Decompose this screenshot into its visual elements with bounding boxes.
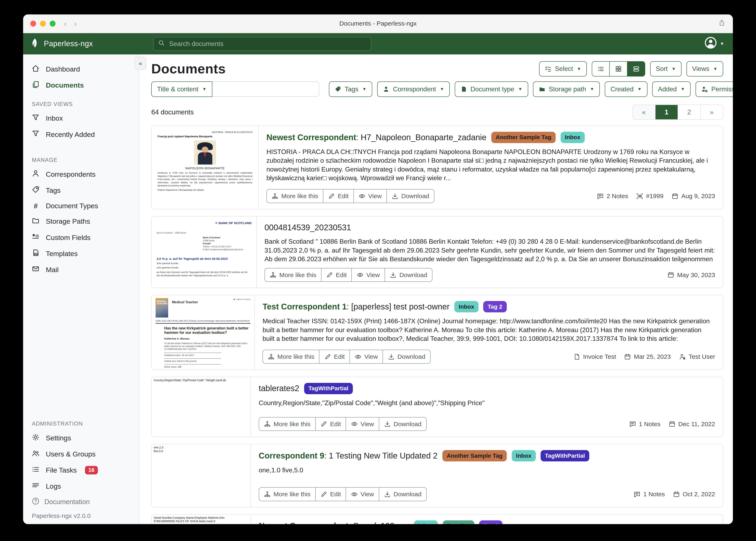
pagination-prev-button[interactable]: « [633,105,655,119]
document-thumbnail[interactable]: Serial Number,Company Name,Employee Mark… [152,515,251,524]
sidebar-item-logs[interactable]: Logs [23,478,139,494]
view-button[interactable]: View [346,487,379,501]
tag-pill[interactable]: Tag 2 [479,520,502,524]
tags-filter-button[interactable]: Tags▼ [329,81,372,97]
tag-pill[interactable]: Inbox [454,301,478,312]
download-button[interactable]: Download [385,268,432,282]
document-thumbnail[interactable]: one,1.0 five,5.0 [152,444,251,507]
sidebar-item-documents[interactable]: Documents [23,77,139,93]
sidebar-item-recently-added[interactable]: Recently Added [23,126,139,143]
sidebar-item-templates[interactable]: Templates [23,246,139,262]
document-title-link[interactable]: Newest Correspondent: Sample100.csv [259,521,409,524]
sort-button[interactable]: Sort▼ [650,61,682,77]
document-thumbnail[interactable]: ✳ BANK OF SCOTLAND Bank of Scotland · 10… [152,217,257,288]
tag-pill[interactable]: Another Sample Tag [442,450,507,461]
document-thumbnail[interactable]: HISTORIA - PRACA DLA CHĘTNYCH Francja po… [152,126,259,209]
edit-button[interactable]: Edit [315,487,346,501]
view-mode-list-button[interactable] [592,61,610,77]
sidebar-item-dashboard[interactable]: Dashboard [23,61,139,77]
document-snippet: Medical Teacher ISSN: 0142-159X (Print) … [262,317,715,343]
more-like-this-button[interactable]: More like this [262,350,319,364]
sidebar-item-inbox[interactable]: Inbox [23,110,139,126]
share-icon[interactable] [718,19,725,28]
gear-icon [32,433,39,443]
app-brand[interactable]: Paperless-ngx [30,38,142,50]
sidebar-item-settings[interactable]: Settings [23,430,139,446]
correspondent-filter-button[interactable]: Correspondent▼ [377,81,450,97]
view-mode-detail-button[interactable] [627,61,645,77]
created-filter-button[interactable]: Created▼ [605,81,647,97]
document-title-link[interactable]: Test Correspondent 1: [paperless] test p… [262,301,450,312]
notes-meta[interactable]: 1 Notes [629,421,660,428]
sidebar-item-documentation[interactable]: Documentation [23,494,139,509]
more-like-this-button[interactable]: More like this [259,487,316,501]
document-title-link[interactable]: 0004814539_20230531 [265,222,351,233]
tag-pill[interactable]: Inbox [414,520,438,524]
tag-pill[interactable]: Inbox [512,450,536,461]
sidebar-item-storage-paths[interactable]: Storage Paths [23,214,139,230]
tag-pill[interactable]: TagWithPartial [304,383,353,394]
edit-button[interactable]: Edit [319,350,350,364]
notes-icon [597,193,604,200]
view-mode-grid-button[interactable] [609,61,627,77]
storage-path-filter-button[interactable]: Storage path▼ [533,81,600,97]
view-button[interactable]: View [351,268,385,282]
edit-button[interactable]: Edit [321,268,352,282]
sidebar-item-tags[interactable]: Tags [23,182,139,198]
sidebar-collapse-button[interactable]: « [135,57,146,70]
title-content-dropdown[interactable]: Title & content▼ [151,81,212,97]
global-search[interactable] [153,37,371,51]
more-like-this-button[interactable]: More like this [265,268,321,282]
document-card: Country,Region/State,"Zip/Postal Code","… [151,377,723,437]
tag-pill[interactable]: Tag 2 [483,301,507,312]
select-button[interactable]: Select▼ [539,61,587,77]
tag-icon [32,186,39,195]
download-button[interactable]: Download [379,487,427,501]
document-title-link[interactable]: Newest Correspondent: H7_Napoleon_Bonapa… [266,132,486,143]
home-icon [32,65,39,74]
sidebar-item-file-tasks[interactable]: File Tasks 16 [23,462,139,478]
download-button[interactable]: Download [383,350,430,364]
pagination-page-2[interactable]: 2 [678,105,700,119]
views-button[interactable]: Views▼ [686,61,723,77]
document-type-filter-button[interactable]: Document type▼ [455,81,528,97]
tag-pill[interactable]: TagWithPartial [541,450,589,461]
tag-pill[interactable]: Another Sample Tag [491,132,556,143]
view-button[interactable]: View [353,189,387,203]
owner-meta: Test User [679,353,715,360]
download-button[interactable]: Download [379,417,427,431]
sidebar-item-users-groups[interactable]: Users & Groups [23,446,139,462]
user-avatar-icon[interactable] [704,37,717,51]
document-title-link[interactable]: Correspondent 9: 1 Testing New Title Upd… [259,450,438,461]
document-thumbnail[interactable]: Country,Region/State,"Zip/Postal Code","… [152,377,251,437]
user-menu-caret-icon[interactable]: ▼ [720,41,724,46]
sidebar-item-custom-fields[interactable]: Custom Fields [23,230,139,246]
notes-meta[interactable]: 2 Notes [597,193,628,200]
search-input[interactable] [168,39,366,48]
sidebar-item-correspondents[interactable]: Correspondents [23,166,139,182]
tag-pill[interactable]: Test Tag [443,520,474,524]
sidebar-item-document-types[interactable]: # Document Types [23,198,139,214]
view-button[interactable]: View [346,417,379,431]
view-mode-toggle [592,61,645,77]
permissions-filter-button[interactable]: Permissions▼ [696,81,733,97]
download-button[interactable]: Download [386,189,434,203]
more-like-this-button[interactable]: More like this [266,189,323,203]
more-like-this-button[interactable]: More like this [259,417,316,431]
view-button[interactable]: View [350,350,383,364]
barcode-icon [636,193,643,200]
document-thumbnail[interactable]: MEDICAL TEACHER Medical Teacher ◉Taylor … [152,295,255,369]
person-icon [32,170,39,179]
documents-page: Documents Select▼ Sort▼ [139,54,733,524]
tag-pill[interactable]: Inbox [561,132,585,143]
sidebar-item-mail[interactable]: Mail [23,262,139,278]
edit-button[interactable]: Edit [323,189,354,203]
pagination-page-1[interactable]: 1 [655,105,678,119]
notes-meta[interactable]: 1 Notes [634,491,665,498]
pagination-next-button[interactable]: » [700,105,723,119]
title-content-input[interactable] [212,81,319,97]
browser-window: ‹ › Documents - Paperless-ngx Paperless-… [23,14,733,524]
edit-button[interactable]: Edit [315,417,346,431]
document-title-link[interactable]: tablerates2 [259,383,299,394]
added-filter-button[interactable]: Added▼ [652,81,691,97]
